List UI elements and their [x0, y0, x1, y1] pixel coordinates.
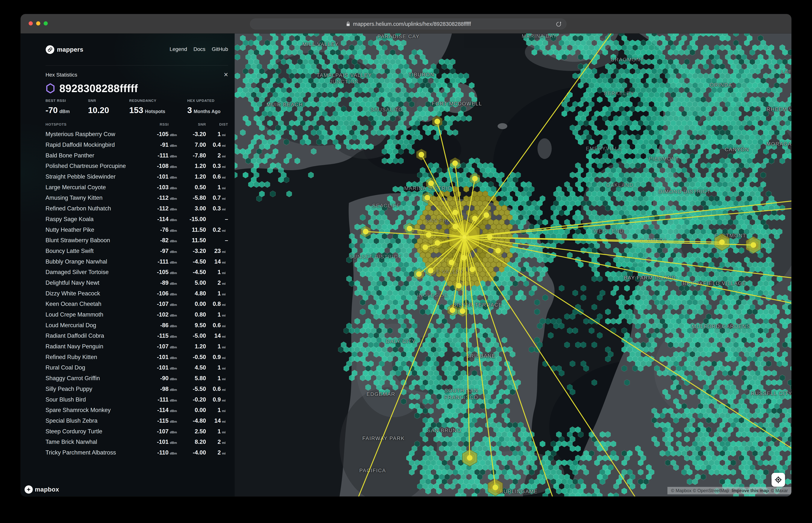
padlock-icon: [346, 21, 351, 27]
hotspot-snr: -3.20: [182, 248, 206, 254]
hotspot-name: Dizzy White Peacock: [46, 290, 100, 297]
table-row[interactable]: Tame Brick Narwhal-101dBm8.202mi: [46, 437, 228, 447]
table-row[interactable]: Polished Chartreuse Porcupine-108dBm1.20…: [46, 161, 228, 172]
map-basemap: [235, 34, 791, 497]
map-place-label: BURLINGAME: [500, 489, 538, 494]
map-place-label: EASTMONT: [714, 233, 746, 239]
table-row[interactable]: Silly Peach Puppy-98dBm-5.500.6mi: [46, 384, 228, 394]
hotspot-dist: 1mi: [208, 343, 228, 350]
table-row[interactable]: Bald Bone Panther-111dBm-7.802mi: [46, 150, 228, 161]
hotspot-dist: 1mi: [208, 184, 228, 191]
table-row[interactable]: Dizzy White Peacock-106dBm4.801mi: [46, 288, 228, 299]
table-row[interactable]: Loud Crepe Mammoth-102dBm0.801mi: [46, 309, 228, 320]
map-place-label: SAN FRANCISCO: [426, 218, 473, 224]
map-place-label: CRAGMONT: [611, 57, 644, 63]
hotspot-name: Loud Crepe Mammoth: [46, 311, 103, 318]
map-place-label: PARADISE CAY: [377, 34, 420, 39]
table-row[interactable]: Amusing Tawny Kitten-112dBm-5.800.7mi: [46, 193, 228, 203]
hotspot-rssi: -111dBm: [124, 152, 179, 159]
sidebar: mappers Legend Docs GitHub Hex Statistic…: [21, 34, 235, 497]
hotspot-dist: 14mi: [208, 332, 228, 339]
stat-label: SNR: [88, 98, 111, 103]
table-row[interactable]: Radiant Daffodil Cobra-115dBm-5.0014mi: [46, 330, 228, 341]
hotspot-name: Steep Corduroy Turtle: [46, 428, 102, 435]
table-row[interactable]: Mysterious Raspberry Cow-105dBm-3.201mi: [46, 129, 228, 140]
nav-github[interactable]: GitHub: [212, 46, 228, 52]
table-row[interactable]: Shaggy Carrot Griffin-90dBm5.801mi: [46, 373, 228, 384]
hotspot-name: Polished Chartreuse Porcupine: [46, 163, 126, 169]
hotspot-rssi: -115dBm: [124, 417, 179, 424]
map-place-label: WEST END: [594, 228, 624, 234]
table-row[interactable]: Refined Ruby Kitten-101dBm-0.500.9mi: [46, 352, 228, 362]
table-row[interactable]: Radiant Navy Penguin-107dBm1.201mi: [46, 341, 228, 352]
col-dist: DIST: [208, 122, 228, 127]
close-window-button[interactable]: [29, 21, 33, 25]
table-row[interactable]: Sour Blush Bird-111dBm-0.200.9mi: [46, 394, 228, 405]
nav-legend[interactable]: Legend: [170, 46, 187, 52]
hotspot-snr: 7.00: [182, 142, 206, 148]
hotspot-name: Radiant Navy Penguin: [46, 343, 103, 350]
map-place-label: ALAMEDA: [640, 237, 667, 244]
table-row[interactable]: Straight Pebble Sidewinder-101dBm1.200.6…: [46, 172, 228, 182]
table-row[interactable]: Rapid Daffodil Mockingbird-91dBm7.000.4m…: [46, 140, 228, 150]
table-row[interactable]: Rural Coal Dog-101dBm4.501mi: [46, 362, 228, 373]
url-text: mappers.helium.com/uplinks/hex/892830828…: [353, 21, 471, 27]
table-row[interactable]: Nutty Heather Pike-76dBm11.500.2mi: [46, 224, 228, 235]
table-row[interactable]: Steep Corduroy Turtle-107dBm2.501mi: [46, 426, 228, 437]
stat-value: 3: [187, 105, 192, 115]
logo-wordmark: mappers: [57, 46, 83, 53]
close-panel-icon[interactable]: ×: [224, 71, 228, 78]
hotspot-snr: -7.80: [182, 152, 206, 159]
mappers-logo[interactable]: mappers: [46, 45, 83, 54]
table-row[interactable]: Tricky Parchment Albatross-110dBm-4.002m…: [46, 447, 228, 458]
hotspot-rssi: -89dBm: [124, 279, 179, 286]
helium-logo-icon: [46, 45, 54, 54]
stat-label: HEX UPDATED: [187, 98, 220, 103]
mapbox-logo[interactable]: mapbox: [24, 485, 59, 494]
hotspot-rssi: -101dBm: [124, 364, 179, 371]
app-content: MILL VALLEYPARADISE CAYMUIR BEACHTAMALPA…: [21, 34, 791, 497]
map-place-label: FAIRWAY PARK: [363, 436, 405, 441]
stat-unit: Hotspots: [145, 109, 165, 114]
hotspot-rssi: -86dBm: [124, 322, 179, 329]
nav-docs[interactable]: Docs: [193, 46, 206, 52]
hotspot-rssi: -114dBm: [124, 216, 179, 222]
map-place-label: SAUSALITO: [370, 107, 403, 113]
minimize-window-button[interactable]: [36, 21, 40, 25]
hotspot-name: Damaged Silver Tortoise: [46, 269, 109, 275]
table-row[interactable]: Special Blush Zebra-115dBm-4.8014mi: [46, 416, 228, 426]
table-row[interactable]: Delightful Navy Newt-89dBm5.002mi: [46, 277, 228, 288]
url-bar[interactable]: mappers.helium.com/uplinks/hex/892830828…: [250, 19, 566, 30]
hotspot-rssi: -111dBm: [124, 396, 179, 403]
table-row[interactable]: Keen Ocean Cheetah-107dBm0.000.8mi: [46, 299, 228, 309]
coverage-map[interactable]: MILL VALLEYPARADISE CAYMUIR BEACHTAMALPA…: [235, 34, 791, 497]
hotspot-dist: 0.3mi: [208, 205, 228, 212]
table-row[interactable]: Loud Mercurial Dog-86dBm9.500.6mi: [46, 320, 228, 330]
map-place-label: MARINA DISTRICT: [404, 185, 455, 191]
hotspot-snr: 9.50: [182, 322, 206, 329]
hotspot-rssi: -101dBm: [124, 354, 179, 361]
table-row[interactable]: Bouncy Latte Swift-97dBm-3.2023mi: [46, 246, 228, 256]
hotspot-snr: -4.00: [182, 449, 206, 456]
hotspot-snr: -4.80: [182, 417, 206, 424]
stat-value: 10.20: [88, 105, 109, 115]
locate-button[interactable]: [772, 473, 785, 487]
improve-map-link[interactable]: Improve this map: [732, 488, 769, 493]
table-row[interactable]: Raspy Sage Koala-114dBm-15.00–: [46, 214, 228, 224]
table-row[interactable]: Blunt Strawberry Baboon-82dBm11.50–: [46, 235, 228, 246]
hotspot-snr: -5.00: [182, 332, 206, 339]
table-row[interactable]: Large Mercurial Coyote-103dBm0.501mi: [46, 182, 228, 193]
table-row[interactable]: Spare Shamrock Monkey-114dBm0.001mi: [46, 405, 228, 416]
table-row[interactable]: Bubbly Orange Narwhal-111dBm-4.5014mi: [46, 256, 228, 267]
zoom-window-button[interactable]: [43, 21, 48, 25]
hotspot-snr: 11.50: [182, 227, 206, 233]
attribution-text: © Mapbox © OpenStreetMap: [671, 488, 729, 493]
table-row[interactable]: Refined Carbon Nuthatch-112dBm3.000.3mi: [46, 203, 228, 214]
table-row[interactable]: Damaged Silver Tortoise-105dBm-4.501mi: [46, 267, 228, 277]
hotspot-rssi: -107dBm: [124, 428, 179, 435]
reload-icon[interactable]: [555, 21, 561, 27]
mapbox-wordmark: mapbox: [35, 486, 59, 493]
map-place-label: TAMALPAIS VALLEY: [317, 72, 372, 78]
attribution-maxar: © Maxar: [771, 488, 788, 493]
hotspot-name: Large Mercurial Coyote: [46, 184, 106, 191]
